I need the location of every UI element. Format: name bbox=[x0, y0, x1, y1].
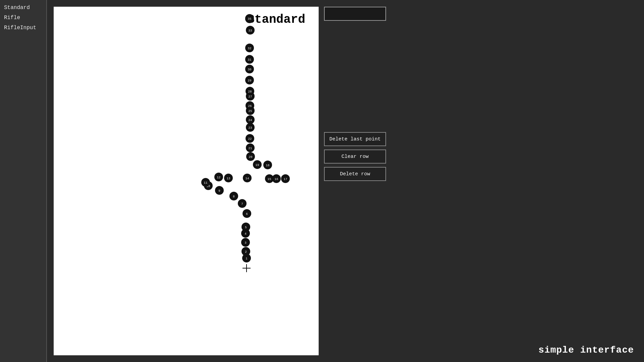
svg-text:26: 26 bbox=[248, 105, 252, 108]
data-point-35: 35 bbox=[245, 14, 254, 23]
data-point-6: 6 bbox=[243, 209, 251, 218]
svg-text:24: 24 bbox=[249, 119, 252, 122]
svg-text:35: 35 bbox=[248, 17, 252, 21]
svg-text:3: 3 bbox=[245, 241, 246, 245]
data-point-16: 16 bbox=[272, 174, 281, 183]
data-point-12: 12 bbox=[214, 173, 223, 181]
sidebar-item-rifleinput[interactable]: RifleInput bbox=[0, 23, 46, 33]
data-point-23: 23 bbox=[246, 123, 255, 132]
data-point-20: 20 bbox=[246, 152, 255, 161]
data-point-19: 19 bbox=[253, 160, 262, 169]
svg-text:2: 2 bbox=[245, 250, 247, 254]
dot-canvas[interactable]: 1234567891011121314151617181920212223242… bbox=[54, 7, 319, 355]
svg-text:14: 14 bbox=[246, 177, 249, 180]
data-point-18: 18 bbox=[263, 161, 272, 169]
svg-text:8: 8 bbox=[233, 195, 234, 198]
svg-text:30: 30 bbox=[248, 68, 252, 71]
svg-text:29: 29 bbox=[248, 79, 252, 82]
data-point-8: 8 bbox=[229, 192, 238, 200]
svg-text:25: 25 bbox=[249, 110, 252, 113]
data-point-5: 5 bbox=[241, 223, 250, 231]
data-point-28: 28 bbox=[246, 87, 254, 96]
data-point-13: 13 bbox=[224, 174, 233, 182]
svg-text:7: 7 bbox=[241, 202, 243, 206]
svg-text:31: 31 bbox=[248, 58, 252, 62]
svg-text:4: 4 bbox=[245, 232, 246, 236]
svg-text:32: 32 bbox=[248, 47, 252, 50]
svg-text:9: 9 bbox=[218, 189, 220, 193]
clear-row-button[interactable]: Clear row bbox=[324, 149, 386, 164]
data-point-30: 30 bbox=[245, 65, 254, 73]
sidebar-item-standard[interactable]: Standard bbox=[0, 3, 46, 13]
footer-brand: simple interface bbox=[538, 345, 634, 355]
svg-text:23: 23 bbox=[249, 126, 252, 130]
data-point-2: 2 bbox=[241, 247, 250, 256]
sidebar-item-rifle[interactable]: Rifle bbox=[0, 13, 46, 23]
delete-last-point-button[interactable]: Delete last point bbox=[324, 132, 386, 146]
sidebar: Standard Rifle RifleInput bbox=[0, 0, 47, 362]
delete-row-button[interactable]: Delete row bbox=[324, 167, 386, 181]
data-point-29: 29 bbox=[245, 76, 254, 84]
text-input[interactable] bbox=[324, 7, 386, 21]
data-point-9: 9 bbox=[215, 186, 224, 195]
svg-text:12: 12 bbox=[217, 176, 221, 179]
data-point-17: 17 bbox=[281, 174, 290, 183]
data-point-7: 7 bbox=[238, 199, 247, 208]
svg-text:11: 11 bbox=[204, 181, 208, 185]
svg-text:5: 5 bbox=[245, 226, 247, 229]
data-point-24: 24 bbox=[246, 115, 255, 124]
svg-text:22: 22 bbox=[248, 137, 252, 141]
crosshair bbox=[243, 264, 251, 272]
svg-text:15: 15 bbox=[268, 178, 271, 181]
data-point-22: 22 bbox=[246, 134, 254, 143]
data-point-31: 31 bbox=[245, 55, 254, 64]
svg-text:16: 16 bbox=[275, 178, 278, 181]
main-canvas[interactable]: Standard 1234567891011121314151617181920… bbox=[54, 7, 319, 355]
svg-text:17: 17 bbox=[284, 178, 287, 181]
data-point-33: 33 bbox=[246, 26, 255, 35]
svg-text:20: 20 bbox=[249, 156, 253, 159]
svg-text:28: 28 bbox=[248, 90, 252, 94]
svg-text:27: 27 bbox=[249, 95, 252, 99]
data-point-14: 14 bbox=[243, 174, 252, 182]
svg-text:33: 33 bbox=[249, 29, 252, 33]
data-point-3: 3 bbox=[241, 238, 250, 247]
svg-text:13: 13 bbox=[227, 177, 230, 180]
data-point-11: 11 bbox=[201, 178, 210, 187]
svg-text:19: 19 bbox=[256, 164, 259, 167]
data-point-26: 26 bbox=[246, 101, 254, 110]
data-point-21: 21 bbox=[246, 143, 255, 152]
right-panel: Delete last point Clear row Delete row bbox=[319, 0, 392, 362]
svg-text:1: 1 bbox=[246, 257, 247, 260]
svg-text:21: 21 bbox=[249, 147, 252, 150]
svg-text:18: 18 bbox=[266, 164, 270, 167]
data-point-32: 32 bbox=[245, 44, 254, 52]
svg-text:6: 6 bbox=[246, 213, 248, 216]
